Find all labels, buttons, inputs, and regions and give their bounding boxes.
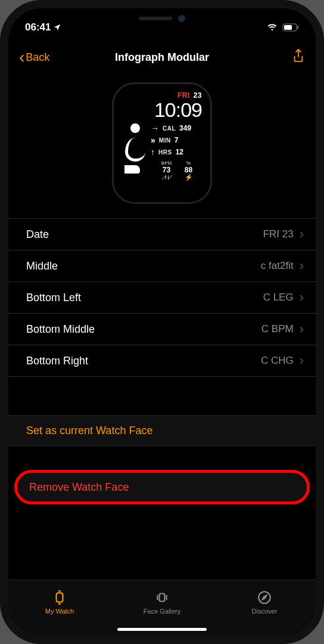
- chevron-right-icon: ›: [300, 227, 304, 242]
- tab-face-gallery[interactable]: Face Gallery: [111, 580, 213, 624]
- tab-bar: My Watch Face Gallery Discover: [8, 580, 316, 636]
- status-time: 06:41: [25, 21, 51, 33]
- page-title: Infograph Modular: [8, 51, 316, 64]
- back-label: Back: [26, 51, 49, 64]
- complication-row-bottom-left[interactable]: Bottom Left C LEG›: [8, 282, 316, 314]
- complication-row-bottom-right[interactable]: Bottom Right C CHG›: [8, 345, 316, 377]
- chevron-right-icon: ›: [300, 321, 304, 337]
- home-indicator[interactable]: [117, 628, 207, 631]
- complications-list: Date FRI 23› Middle c fat2fit› Bottom Le…: [8, 218, 316, 377]
- location-icon: [53, 23, 61, 32]
- svg-point-5: [258, 592, 270, 603]
- screen: 06:41 ‹ Back Infograph Modular: [8, 8, 316, 636]
- svg-rect-2: [284, 25, 292, 30]
- set-current-watch-face-button[interactable]: Set as current Watch Face: [8, 415, 316, 446]
- svg-rect-3: [57, 593, 63, 602]
- wifi-icon: [266, 23, 278, 32]
- complication-row-date[interactable]: Date FRI 23›: [8, 219, 316, 250]
- watch-icon: [52, 590, 67, 605]
- notch: [96, 8, 228, 29]
- svg-rect-4: [160, 593, 165, 601]
- battery-icon: [282, 23, 299, 32]
- gallery-icon: [154, 590, 170, 605]
- chevron-right-icon: ›: [300, 258, 304, 274]
- back-button[interactable]: ‹ Back: [19, 49, 49, 66]
- tab-discover[interactable]: Discover: [213, 580, 316, 624]
- compass-icon: [257, 590, 272, 605]
- svg-rect-1: [297, 26, 298, 29]
- chevron-right-icon: ›: [300, 353, 304, 369]
- share-button[interactable]: [292, 48, 305, 66]
- complication-row-middle[interactable]: Middle c fat2fit›: [8, 250, 316, 282]
- phone-frame: 06:41 ‹ Back Infograph Modular: [0, 0, 324, 644]
- remove-watch-face-button[interactable]: Remove Watch Face: [14, 470, 310, 504]
- nav-bar: ‹ Back Infograph Modular: [8, 41, 316, 74]
- complication-row-bottom-middle[interactable]: Bottom Middle C BPM›: [8, 314, 316, 345]
- watch-face-preview: FRI 23 10:09 →CAL349 »MIN7 ↑HRS12: [8, 74, 316, 218]
- chevron-right-icon: ›: [300, 290, 304, 305]
- chevron-left-icon: ‹: [19, 49, 24, 66]
- tab-my-watch[interactable]: My Watch: [8, 580, 111, 624]
